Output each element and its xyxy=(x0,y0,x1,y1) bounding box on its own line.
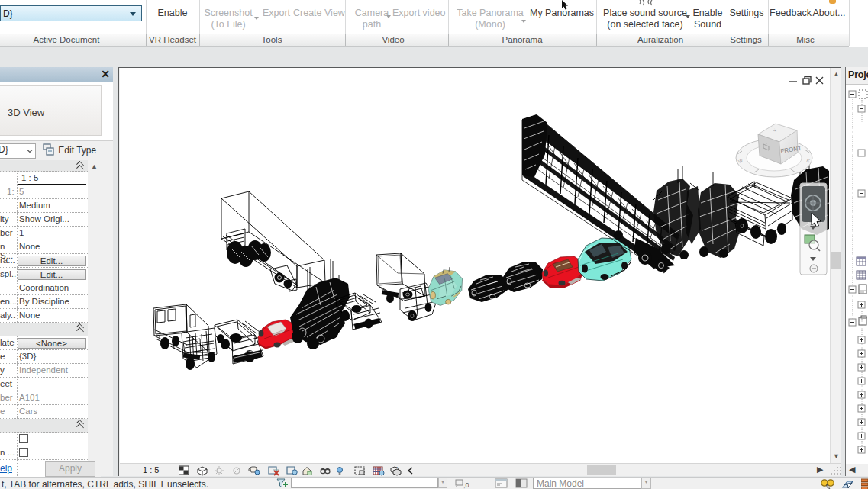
svg-text:,0: ,0 xyxy=(463,481,469,489)
